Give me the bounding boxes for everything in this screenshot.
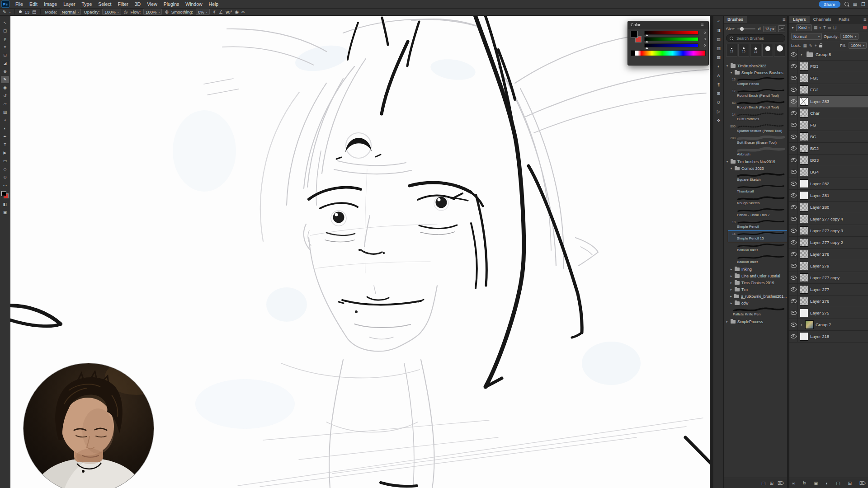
filter-shape-layers-icon[interactable]: ▭ [827,25,831,30]
caret-collapsed-icon[interactable]: ▸ [730,288,733,291]
brush-folder-comics-2020[interactable]: ▾Comics 2020 [724,165,788,172]
recent-brush-1[interactable]: 13 [726,44,737,56]
brush-folder-inking[interactable]: ▸Inking [724,266,788,272]
zoom-tool[interactable]: ⊙ [1,174,9,181]
brush-folder-timbrushes2022[interactable]: ▾TimBrushes2022 [724,62,788,69]
layer-row-layer-277-copy-4[interactable]: Layer 277 copy 4 [789,213,868,225]
brush-folder-g-rutkowski-brushes201-[interactable]: ▸g_rutkowski_brushes201... [724,293,788,300]
brush-folder-simple-process-brushes[interactable]: ▾Simple Process Brushes [724,69,788,76]
path-selection-tool[interactable]: ▶ [1,149,9,156]
brush-search-input[interactable] [736,36,782,41]
character-panel-icon[interactable]: A [715,72,722,79]
swatches-panel-icon[interactable]: ▤ [715,36,722,42]
rectangle-tool[interactable]: ▭ [1,157,9,164]
eraser-tool[interactable]: ▱ [1,100,9,108]
filter-smart-objects-icon[interactable]: ❏ [833,25,836,30]
slider-thumb[interactable] [646,41,648,42]
pen-tool[interactable]: ✒ [1,133,9,140]
canvas[interactable] [10,15,710,488]
toggle-brush-panel-icon[interactable]: ▤ [32,9,36,14]
menu-select[interactable]: Select [95,1,114,7]
clone-stamp-tool[interactable]: ◉ [1,84,9,91]
brush-dust-particles[interactable]: 14Dust Particles [728,111,788,123]
tab-channels[interactable]: Channels [810,15,835,23]
brush-splatter-texture-pencil-tool-[interactable]: 800Splatter texture (Pencil Tool) [728,123,788,135]
menu-window[interactable]: Window [182,1,205,7]
visibility-toggle[interactable] [789,84,798,95]
type-tool[interactable]: T [1,141,9,148]
tool-preset-caret-icon[interactable]: ▾ [9,10,10,14]
brush-rough-sketch[interactable]: Rough Sketch [728,195,788,207]
visibility-toggle[interactable] [789,108,798,119]
caret-collapsed-icon[interactable]: ▸ [730,267,733,271]
caret-collapsed-icon[interactable]: ▸ [726,320,729,324]
brush-folder-simpleprocess[interactable]: ▸SimpleProcess [724,318,788,325]
menu-type[interactable]: Type [78,1,95,7]
brush-folder-cdw[interactable]: ▸cdw [724,300,788,306]
color-spectrum-ramp[interactable] [631,50,706,56]
link-layers-button[interactable]: ∞ [792,481,795,486]
smoothing-options-gear-icon[interactable]: ✳ [212,9,216,14]
layer-effects-button[interactable]: fx [803,481,806,485]
layer-row-char[interactable]: Char [789,108,868,119]
brush-angle-widget[interactable] [778,25,785,32]
new-brush-group-button[interactable]: ▢ [761,481,765,486]
layer-row-bg4[interactable]: BG4 [789,166,868,178]
hand-tool[interactable]: ◇ [1,165,9,173]
brush-balloon-inker[interactable]: Balloon Inker [728,254,788,266]
recent-brush-5[interactable] [774,44,785,56]
recent-brush-3[interactable]: 15 [750,44,761,56]
color-panel-header[interactable]: Color ≣ [628,21,708,28]
layer-row-group-8[interactable]: ▸Group 8 [789,49,868,61]
brush-square-sketch[interactable]: Square Sketch [728,172,788,183]
filter-pixel-layers-icon[interactable]: ▦ [814,25,817,30]
brush-rough-brush-pencil-tool-[interactable]: 63Rough Brush (Pencil Tool) [728,99,788,111]
layer-row-layer-282[interactable]: Layer 282 [789,178,868,190]
brush-round-brush-pencil-tool-[interactable]: 17Round Brush (Pencil Tool) [728,88,788,99]
visibility-toggle[interactable] [789,272,798,283]
brush-simple-pencil-15[interactable]: 15Simple Pencil 15 [728,230,788,242]
history-brush-tool[interactable]: ↺ [1,92,9,99]
foreground-color-swatch[interactable] [631,31,638,38]
brush-balloon-inker[interactable]: Balloon Inker [728,242,788,254]
visibility-toggle[interactable] [789,225,798,236]
healing-brush-tool[interactable]: ⊕ [1,68,9,75]
lock-all-icon[interactable] [819,45,822,47]
brush-airbrush[interactable]: Airbrush [728,146,788,158]
delete-layer-button[interactable]: ⌦ [859,481,866,486]
new-brush-button[interactable]: ⊞ [769,481,773,486]
paragraph-panel-icon[interactable]: ¶ [715,81,722,88]
gradient-tool[interactable]: ▨ [1,108,9,116]
expand-caret-icon[interactable]: ▸ [800,53,803,56]
layer-row-bg3[interactable]: BG3 [789,155,868,166]
red-slider[interactable] [644,31,698,35]
pressure-size-icon[interactable]: ◉ [235,9,239,14]
brush-soft-eraser-eraser-tool-[interactable]: 200Soft Eraser (Eraser Tool) [728,135,788,146]
lock-position-icon[interactable]: + [815,43,817,48]
caret-collapsed-icon[interactable]: ▸ [730,295,732,298]
brush-pallete-knife-pen[interactable]: Pallete Knife Pen [724,306,788,318]
filter-type-layers-icon[interactable]: T [823,25,826,30]
arrange-windows-icon[interactable]: ❐ [861,2,865,7]
new-layer-button[interactable]: ⊞ [848,481,852,486]
menu-edit[interactable]: Edit [26,1,41,7]
brush-pencil-think-thin-7[interactable]: Pencil - Think Thin 7 [728,207,788,219]
visibility-toggle[interactable] [789,131,798,142]
layer-row-layer-278[interactable]: Layer 278 [789,249,868,260]
expand-caret-icon[interactable]: ▸ [800,323,803,327]
color-panel-icon[interactable]: ◨ [715,27,722,33]
menu-layer[interactable]: Layer [60,1,78,7]
quick-mask-button[interactable]: ◧ [1,201,9,208]
add-mask-button[interactable]: ▣ [814,481,818,486]
eyedropper-tool[interactable]: ◢ [1,60,9,67]
search-icon[interactable] [844,2,849,6]
crop-tool[interactable]: ⊡ [1,52,9,59]
share-button[interactable]: Share [819,1,840,8]
layer-row-bg2[interactable]: BG2 [789,143,868,155]
caret-collapsed-icon[interactable]: ▸ [730,274,733,278]
marquee-tool[interactable]: ▢ [1,27,9,34]
layer-row-layer-277-copy-2[interactable]: Layer 277 copy 2 [789,237,868,249]
visibility-toggle[interactable] [789,155,798,166]
layer-opacity-select[interactable]: 100% ▾ [840,33,859,40]
blur-tool[interactable]: ◖ [1,117,9,124]
